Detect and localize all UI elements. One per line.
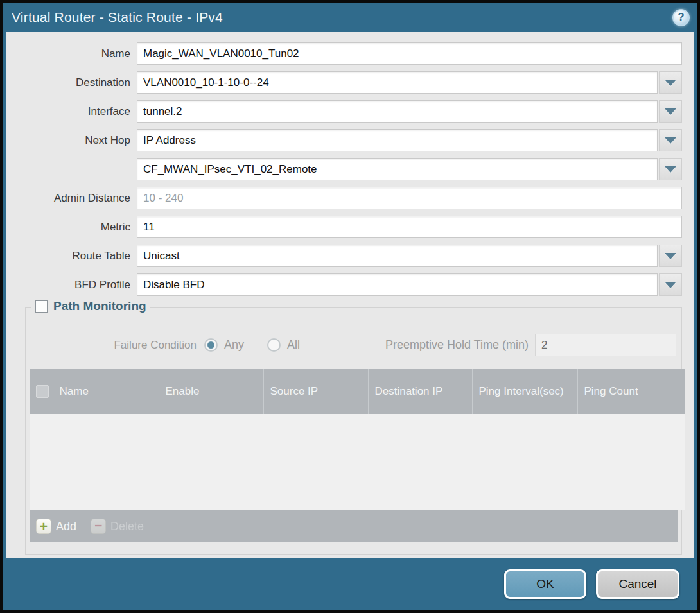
interface-input[interactable] xyxy=(137,100,658,123)
select-all-cell xyxy=(30,369,53,414)
name-input[interactable] xyxy=(137,42,682,65)
admin-distance-input[interactable] xyxy=(137,187,682,209)
chevron-down-icon xyxy=(665,253,676,259)
form-row-route-table: Route Table xyxy=(11,245,682,267)
failure-condition-label: Failure Condition xyxy=(26,339,204,352)
static-route-dialog: Virtual Router - Static Route - IPv4 ? N… xyxy=(3,3,697,610)
radio-any-label: Any xyxy=(224,338,244,352)
preemptive-hold-time-input[interactable] xyxy=(535,334,676,356)
metric-label: Metric xyxy=(11,221,137,234)
form-row-name: Name xyxy=(11,42,682,65)
form-row-metric: Metric xyxy=(11,216,682,238)
table-header-row: Name Enable Source IP Destination IP Pin… xyxy=(30,369,685,414)
admin-distance-label: Admin Distance xyxy=(11,192,137,205)
chevron-down-icon xyxy=(665,108,676,115)
delete-button[interactable]: − Delete xyxy=(91,519,144,534)
path-monitoring-section: Path Monitoring Failure Condition Any Al… xyxy=(25,307,682,555)
dialog-frame: Virtual Router - Static Route - IPv4 ? N… xyxy=(0,0,700,613)
preemptive-hold-time-label: Preemptive Hold Time (min) xyxy=(385,338,535,352)
delete-button-label: Delete xyxy=(110,520,144,533)
radio-any[interactable] xyxy=(204,338,218,352)
radio-all-label: All xyxy=(287,338,300,352)
bfd-profile-label: BFD Profile xyxy=(11,279,137,291)
route-table-dropdown-button[interactable] xyxy=(659,245,682,267)
path-monitoring-title: Path Monitoring xyxy=(53,299,146,313)
radio-all[interactable] xyxy=(267,338,281,352)
table-toolbar: + Add − Delete xyxy=(30,510,678,542)
next-hop-address-dropdown-button[interactable] xyxy=(659,158,682,180)
add-plus-icon: + xyxy=(36,519,51,534)
dialog-title: Virtual Router - Static Route - IPv4 xyxy=(12,10,223,25)
chevron-down-icon xyxy=(665,282,676,288)
path-monitoring-table: Name Enable Source IP Destination IP Pin… xyxy=(30,369,678,542)
help-icon[interactable]: ? xyxy=(672,9,690,26)
destination-input[interactable] xyxy=(137,71,658,94)
dialog-footer: OK Cancel xyxy=(3,558,697,610)
form-row-interface: Interface xyxy=(11,100,682,123)
next-hop-address-input[interactable] xyxy=(137,158,658,180)
path-monitoring-legend: Path Monitoring xyxy=(31,299,150,313)
route-table-input[interactable] xyxy=(137,245,658,267)
form-row-next-hop-address xyxy=(11,158,682,180)
column-header-enable: Enable xyxy=(159,369,263,414)
chevron-down-icon xyxy=(665,80,676,86)
select-all-checkbox[interactable] xyxy=(36,385,49,398)
column-header-destination-ip: Destination IP xyxy=(368,369,472,414)
chevron-down-icon xyxy=(665,166,676,173)
radio-selected-dot xyxy=(207,341,214,349)
form-row-bfd-profile: BFD Profile xyxy=(11,273,682,296)
metric-input[interactable] xyxy=(137,216,682,238)
interface-dropdown-button[interactable] xyxy=(659,100,682,123)
form-row-admin-distance: Admin Distance xyxy=(11,187,682,209)
add-button-label: Add xyxy=(56,520,76,533)
next-hop-label: Next Hop xyxy=(11,134,137,147)
destination-dropdown-button[interactable] xyxy=(659,71,682,94)
failure-condition-row: Failure Condition Any All Preemptive Hol… xyxy=(26,334,681,356)
interface-label: Interface xyxy=(11,105,137,118)
ok-button[interactable]: OK xyxy=(504,569,586,599)
bfd-profile-dropdown-button[interactable] xyxy=(659,273,682,296)
delete-minus-icon: − xyxy=(91,519,106,534)
destination-label: Destination xyxy=(11,76,137,89)
add-button[interactable]: + Add xyxy=(36,519,76,534)
route-table-label: Route Table xyxy=(11,250,137,263)
form-row-next-hop: Next Hop xyxy=(11,129,682,151)
next-hop-type-input[interactable] xyxy=(137,129,658,151)
column-header-ping-interval: Ping Interval(sec) xyxy=(472,369,577,414)
dialog-content: Name Destination Interface Next Hop xyxy=(6,32,694,558)
table-empty-body xyxy=(30,414,685,510)
path-monitoring-checkbox[interactable] xyxy=(35,300,48,313)
form-row-destination: Destination xyxy=(11,71,682,94)
chevron-down-icon xyxy=(665,137,676,144)
column-header-ping-count: Ping Count xyxy=(577,369,685,414)
bfd-profile-input[interactable] xyxy=(137,273,658,296)
name-label: Name xyxy=(11,47,137,60)
column-header-name: Name xyxy=(53,369,159,414)
next-hop-dropdown-button[interactable] xyxy=(659,129,682,151)
column-header-source-ip: Source IP xyxy=(263,369,368,414)
dialog-titlebar: Virtual Router - Static Route - IPv4 ? xyxy=(3,3,697,32)
cancel-button[interactable]: Cancel xyxy=(596,569,679,599)
